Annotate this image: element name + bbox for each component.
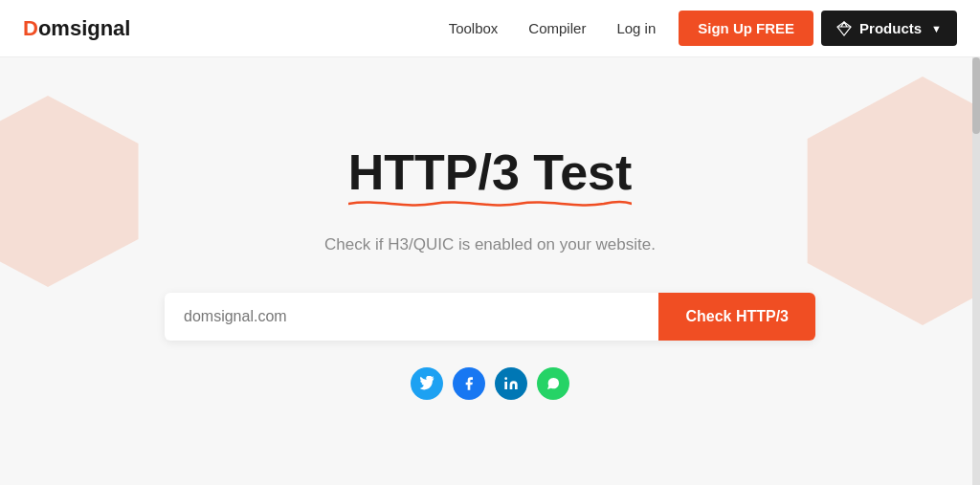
- facebook-icon[interactable]: [453, 367, 485, 400]
- products-label: Products: [859, 20, 922, 36]
- signup-button[interactable]: Sign Up FREE: [679, 11, 813, 46]
- logo[interactable]: Domsignal: [23, 16, 130, 41]
- whatsapp-icon[interactable]: [537, 367, 569, 400]
- twitter-icon[interactable]: [411, 367, 443, 400]
- logo-d: D: [23, 16, 38, 41]
- diamond-icon: [836, 21, 852, 36]
- products-button[interactable]: Products ▼: [821, 11, 957, 46]
- title-underline: [348, 199, 633, 209]
- social-icons: [165, 367, 815, 400]
- linkedin-icon[interactable]: [495, 367, 527, 400]
- url-input[interactable]: [165, 293, 658, 341]
- scrollbar-thumb[interactable]: [972, 57, 980, 134]
- nav-login[interactable]: Log in: [616, 20, 656, 36]
- nav-links: Toolbox Compiler Log in: [449, 20, 657, 36]
- svg-point-0: [504, 377, 507, 380]
- hero-content: HTTP/3 Test Check if H3/QUIC is enabled …: [145, 124, 835, 419]
- search-bar: Check HTTP/3: [165, 293, 815, 341]
- chevron-down-icon: ▼: [931, 23, 942, 34]
- hero-title: HTTP/3 Test: [348, 143, 633, 201]
- navbar: Domsignal Toolbox Compiler Log in Sign U…: [0, 0, 980, 57]
- nav-compiler[interactable]: Compiler: [528, 20, 586, 36]
- scrollbar[interactable]: [972, 57, 980, 485]
- hero-subtitle: Check if H3/QUIC is enabled on your webs…: [165, 235, 815, 254]
- logo-text: omsignal: [38, 16, 131, 41]
- nav-toolbox[interactable]: Toolbox: [449, 20, 499, 36]
- hero-section: HTTP/3 Test Check if H3/QUIC is enabled …: [0, 57, 980, 485]
- hex-decoration-left: [0, 96, 153, 287]
- check-button[interactable]: Check HTTP/3: [658, 293, 815, 341]
